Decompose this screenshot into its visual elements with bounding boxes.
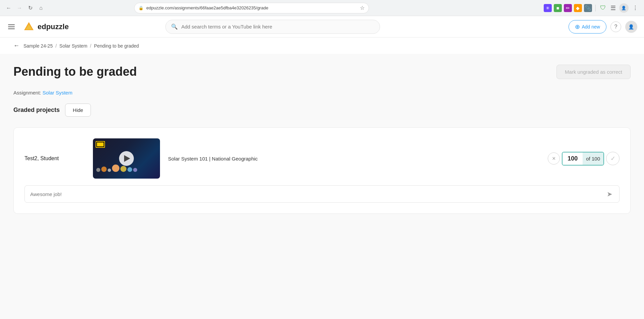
graded-projects-row: Graded projects Hide <box>13 104 631 117</box>
student-card-top: Test2, Student <box>24 138 620 179</box>
user-avatar[interactable]: 👤 <box>625 21 637 33</box>
mark-ungraded-button[interactable]: Mark ungraded as correct <box>556 65 631 79</box>
ext-snowflake[interactable]: ✳ <box>544 4 552 12</box>
play-button-overlay[interactable] <box>119 151 134 166</box>
ext-green[interactable]: ■ <box>554 4 562 12</box>
breadcrumb: ← Sample 24-25 / Solar System / Pending … <box>0 38 644 54</box>
hamburger-line-3 <box>8 28 15 29</box>
app-header: edpuzzle 🔍 ⊕ Add new ? 👤 <box>0 16 644 38</box>
breadcrumb-back-button[interactable]: ← <box>13 42 19 49</box>
confirm-grade-button[interactable]: ✓ <box>606 152 620 165</box>
forward-button[interactable]: → <box>15 3 24 13</box>
home-button[interactable]: ⌂ <box>36 3 46 13</box>
divider <box>595 5 596 11</box>
logo[interactable]: edpuzzle <box>23 21 69 33</box>
logo-text: edpuzzle <box>38 22 69 31</box>
ng-badge <box>96 141 105 148</box>
assignment-info: Assignment: Solar System <box>13 90 631 95</box>
x-icon: × <box>552 155 556 162</box>
help-icon: ? <box>614 24 618 30</box>
graded-projects-label: Graded projects <box>13 107 60 114</box>
grade-input-wrap: of 100 <box>562 152 604 166</box>
grade-input[interactable] <box>562 152 583 165</box>
page-content: Pending to be graded Mark ungraded as co… <box>0 54 644 306</box>
plus-icon: ⊕ <box>575 23 580 30</box>
header-actions: ⊕ Add new ? 👤 <box>569 20 637 34</box>
play-triangle-icon <box>124 155 130 162</box>
search-icon: 🔍 <box>171 23 178 30</box>
hamburger-button[interactable] <box>7 21 17 32</box>
planet-3 <box>108 169 111 172</box>
browser-chrome: ← → ↻ ⌂ 🔒 edpuzzle.com/assignments/66faa… <box>0 0 644 16</box>
comment-box[interactable]: ➤ <box>24 185 620 203</box>
ext-menu[interactable]: ☰ <box>609 4 617 12</box>
planet-2 <box>101 167 107 172</box>
planet-1 <box>96 168 100 172</box>
assignment-label: Assignment: <box>13 90 41 95</box>
search-bar[interactable]: 🔍 <box>165 20 380 34</box>
page-header: Pending to be graded Mark ungraded as co… <box>13 65 631 79</box>
hide-button[interactable]: Hide <box>65 104 91 117</box>
student-card: Test2, Student <box>13 127 631 214</box>
ext-shield[interactable]: 🛡 <box>599 4 607 12</box>
planet-6 <box>127 167 132 172</box>
lock-icon: 🔒 <box>139 6 144 10</box>
send-comment-button[interactable]: ➤ <box>605 189 614 199</box>
comment-input[interactable] <box>30 191 605 197</box>
send-icon: ➤ <box>607 190 612 198</box>
planet-7 <box>133 168 137 172</box>
hamburger-line-2 <box>8 26 15 27</box>
assignment-link[interactable]: Solar System <box>43 90 72 95</box>
back-button[interactable]: ← <box>4 3 13 13</box>
add-new-label: Add new <box>582 24 600 29</box>
address-bar[interactable]: 🔒 edpuzzle.com/assignments/66faae2ae5dfb… <box>134 3 369 13</box>
ng-border <box>96 142 104 147</box>
video-title: Solar System 101 | National Geographic <box>168 156 540 162</box>
logo-icon <box>23 21 35 33</box>
ext-orange[interactable]: ◆ <box>574 4 582 12</box>
ext-clip[interactable]: 📎 <box>584 4 592 12</box>
hamburger-line-1 <box>8 24 15 25</box>
page-title: Pending to be graded <box>13 65 137 79</box>
breadcrumb-sep-1: / <box>55 43 57 49</box>
grade-controls: × of 100 ✓ <box>548 152 620 166</box>
planet-5 <box>120 166 126 172</box>
browser-nav-buttons: ← → ↻ ⌂ <box>4 3 46 13</box>
clear-grade-button[interactable]: × <box>548 152 560 165</box>
url-text: edpuzzle.com/assignments/66faae2ae5dfba4… <box>146 5 357 10</box>
bookmark-icon[interactable]: ☆ <box>360 5 365 11</box>
add-new-button[interactable]: ⊕ Add new <box>569 20 606 34</box>
ext-pencil[interactable]: ✏ <box>564 4 572 12</box>
search-input[interactable] <box>181 24 374 29</box>
browser-actions: ✳ ■ ✏ ◆ 📎 🛡 ☰ 👤 ⋮ <box>544 3 640 13</box>
planets-row <box>96 165 137 172</box>
breadcrumb-assignment-link[interactable]: Solar System <box>59 43 87 49</box>
planet-4 <box>112 165 119 172</box>
student-name: Test2, Student <box>24 155 85 162</box>
grade-of-text: of 100 <box>583 152 603 165</box>
check-icon: ✓ <box>610 155 615 162</box>
video-thumbnail[interactable] <box>93 138 160 179</box>
browser-menu-button[interactable]: ⋮ <box>631 3 640 13</box>
breadcrumb-current-page: Pending to be graded <box>94 43 139 49</box>
avatar-icon: 👤 <box>628 24 634 29</box>
browser-profile-avatar[interactable]: 👤 <box>619 3 629 13</box>
breadcrumb-class-link[interactable]: Sample 24-25 <box>23 43 53 49</box>
reload-button[interactable]: ↻ <box>25 3 35 13</box>
help-button[interactable]: ? <box>610 21 621 32</box>
breadcrumb-sep-2: / <box>90 43 91 49</box>
